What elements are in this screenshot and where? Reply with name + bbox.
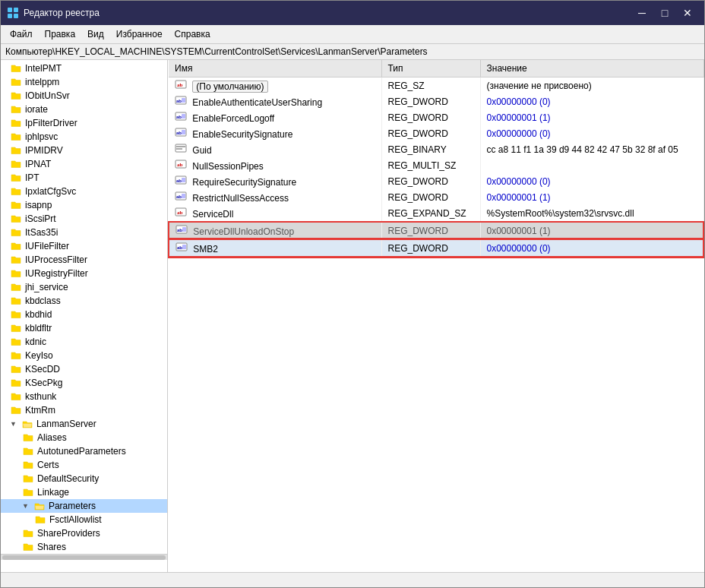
cell-type: REG_BINARY	[381, 141, 480, 157]
folder-icon	[10, 310, 22, 319]
sidebar-item-ipfilterdriver[interactable]: IpFilterDriver	[1, 116, 167, 130]
table-row[interactable]: ab ServiceDll REG_EXPAND_SZ %SystemRoot%…	[169, 205, 703, 222]
cell-type: REG_DWORD	[381, 173, 480, 189]
sidebar-item-kbdclass[interactable]: kbdclass	[1, 294, 167, 308]
cell-value: 0x00000000 (0)	[480, 125, 703, 141]
folder-icon	[10, 105, 22, 114]
svg-text:ab: ab	[176, 179, 182, 183]
table-row[interactable]: ab EnableSecuritySignature REG_DWORD 0x0…	[169, 125, 703, 141]
status-bar	[1, 572, 704, 587]
sidebar-item-certs[interactable]: Certs	[1, 458, 167, 472]
maximize-button[interactable]: □	[654, 4, 675, 22]
sidebar-item-ipnat[interactable]: IPNAT	[1, 157, 167, 171]
table-row[interactable]: ab EnableAuthenticateUserSharing REG_DWO…	[169, 93, 703, 109]
sidebar-item-lanmanserver[interactable]: ▼ LanmanServer	[1, 417, 167, 431]
svg-rect-8	[182, 98, 185, 103]
sidebar-item-ipxlatcfgsvc[interactable]: IpxlatCfgSvc	[1, 185, 167, 198]
sidebar-item-keyiso[interactable]: KeyIso	[1, 349, 167, 362]
cell-name: ab ServiceDllUnloadOnStop	[169, 222, 381, 239]
binary-icon	[175, 143, 187, 153]
menu-help[interactable]: Справка	[169, 27, 217, 42]
sidebar-item-iphlpsvc[interactable]: iphlpsvc	[1, 130, 167, 144]
menu-favorites[interactable]: Избранное	[110, 27, 169, 42]
menu-view[interactable]: Вид	[81, 27, 110, 42]
menu-edit[interactable]: Правка	[39, 27, 82, 42]
svg-text:ab: ab	[177, 245, 182, 250]
cell-name: ab EnableForcedLogoff	[169, 109, 381, 125]
sidebar-item-intelppm[interactable]: intelppm	[1, 75, 167, 89]
sidebar-item-ksecpkg[interactable]: KSecPkg	[1, 376, 167, 390]
sidebar-item-iufilefilter[interactable]: IUFileFilter	[1, 239, 167, 253]
sidebar-item-isapnp[interactable]: isapnp	[1, 198, 167, 212]
sidebar-scrollbar[interactable]	[1, 554, 167, 560]
folder-icon	[10, 132, 22, 141]
cell-value: (значение не присвоено)	[480, 77, 703, 94]
sidebar-item-parameters[interactable]: ▼ Parameters	[1, 499, 167, 513]
dword-icon: ab	[175, 175, 187, 185]
folder-icon-open	[21, 419, 33, 428]
sidebar-item-kbldfltr[interactable]: kbldfltr	[1, 321, 167, 335]
table-row[interactable]: ab NullSessionPipes REG_MULTI_SZ	[169, 157, 703, 173]
folder-icon	[10, 283, 22, 292]
sidebar-scrollbar-track[interactable]	[2, 555, 166, 560]
values-table: Имя Тип Значение ab (По умол	[168, 60, 704, 258]
svg-text:ab: ab	[177, 162, 183, 168]
sidebar-item-ipt[interactable]: IPT	[1, 171, 167, 185]
minimize-button[interactable]: ─	[631, 4, 653, 22]
address-path: Компьютер\HKEY_LOCAL_MACHINE\SYSTEM\Curr…	[5, 46, 428, 57]
table-row[interactable]: ab RestrictNullSessAccess REG_DWORD 0x00…	[169, 189, 703, 205]
table-row[interactable]: ab RequireSecuritySignature REG_DWORD 0x…	[169, 173, 703, 189]
cell-value: 0x00000001 (1)	[480, 109, 703, 125]
dword-icon: ab	[175, 111, 187, 122]
table-row[interactable]: ab ServiceDllUnloadOnStop REG_DWORD 0x00…	[169, 222, 703, 239]
table-row-smb2[interactable]: ab SMB2 REG_DWORD 0x00000000 (0)	[169, 239, 703, 257]
menu-file[interactable]: Файл	[4, 27, 39, 42]
folder-icon	[10, 160, 22, 169]
sidebar-item-ksthunk[interactable]: ksthunk	[1, 390, 167, 403]
svg-rect-1	[14, 8, 18, 12]
folder-icon	[10, 255, 22, 264]
table-row[interactable]: ab EnableForcedLogoff REG_DWORD 0x000000…	[169, 109, 703, 125]
sidebar-item-iobitunsvr[interactable]: IObitUnSvr	[1, 89, 167, 103]
sidebar-item-kbdhid[interactable]: kbdhid	[1, 308, 167, 321]
sidebar-item-fsctlallowlist[interactable]: FsctlAllowlist	[1, 513, 167, 526]
cell-value: 0x00000000 (0)	[480, 239, 703, 257]
sidebar[interactable]: IntelPMT intelppm IObitUnSvr iorate IpFi…	[1, 60, 168, 572]
table-row[interactable]: Guid REG_BINARY cc a8 11 f1 1a 39 d9 44 …	[169, 141, 703, 157]
sidebar-item-defaultsecurity[interactable]: DefaultSecurity	[1, 472, 167, 485]
folder-icon	[10, 214, 22, 223]
cell-value: cc a8 11 f1 1a 39 d9 44 82 42 47 5b 32 8…	[480, 141, 703, 157]
folder-icon	[22, 433, 34, 442]
svg-rect-22	[182, 178, 185, 182]
sidebar-item-itsas35i[interactable]: ItSas35i	[1, 226, 167, 239]
main-content: IntelPMT intelppm IObitUnSvr iorate IpFi…	[1, 60, 704, 572]
cell-type: REG_DWORD	[381, 125, 480, 141]
cell-type: REG_MULTI_SZ	[381, 157, 480, 173]
sidebar-item-autotunedparameters[interactable]: AutotunedParameters	[1, 444, 167, 458]
dword-icon: ab	[175, 191, 187, 201]
sidebar-item-ksecdd[interactable]: KSecDD	[1, 362, 167, 376]
sidebar-item-ipmidrv[interactable]: IPMIDRV	[1, 144, 167, 157]
sidebar-item-kdnic[interactable]: kdnic	[1, 335, 167, 349]
sidebar-item-iorate[interactable]: iorate	[1, 103, 167, 116]
sidebar-item-linkage[interactable]: Linkage	[1, 485, 167, 499]
sidebar-item-ktmrm[interactable]: KtmRm	[1, 403, 167, 417]
cell-type: REG_DWORD	[381, 239, 480, 257]
folder-icon	[10, 324, 22, 333]
close-button[interactable]: ✕	[677, 4, 698, 22]
folder-icon	[10, 392, 22, 401]
sidebar-item-intelpmt[interactable]: IntelPMT	[1, 62, 167, 75]
folder-icon	[34, 515, 46, 524]
sidebar-item-iuprocessfilter[interactable]: IUProcessFilter	[1, 253, 167, 267]
sidebar-item-shares[interactable]: Shares	[1, 540, 167, 554]
cell-name: ab EnableSecuritySignature	[169, 125, 381, 141]
title-bar: Редактор реестра ─ □ ✕	[1, 1, 704, 25]
svg-text:ab: ab	[177, 210, 183, 216]
sidebar-item-iscsiprt[interactable]: iScsiPrt	[1, 212, 167, 226]
sidebar-item-aliases[interactable]: Aliases	[1, 431, 167, 444]
sidebar-item-shareproviders[interactable]: ShareProviders	[1, 526, 167, 540]
table-row[interactable]: ab (По умолчанию) REG_SZ (значение не пр…	[169, 77, 703, 94]
sidebar-item-iuregistryfilter[interactable]: IURegistryFilter	[1, 267, 167, 280]
sidebar-item-jhi-service[interactable]: jhi_service	[1, 280, 167, 294]
table-header-row: Имя Тип Значение	[169, 60, 703, 77]
